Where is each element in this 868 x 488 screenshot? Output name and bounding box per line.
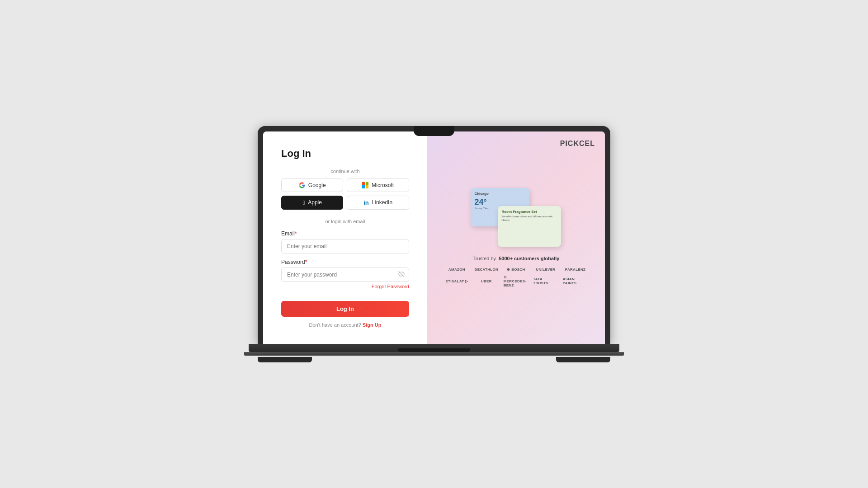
laptop-foot-right (556, 357, 610, 362)
laptop-container: Log In continue with Google (258, 126, 610, 362)
email-label: Email* (281, 230, 409, 237)
laptop-foot-left (258, 357, 312, 362)
brand-amazon: amazon (444, 267, 470, 272)
toggle-password-icon[interactable] (398, 271, 405, 278)
microsoft-icon (362, 182, 368, 188)
screen-bezel: Log In continue with Google (258, 126, 610, 344)
apple-label: Apple (308, 199, 322, 206)
camera-notch (414, 126, 454, 136)
password-required-star: * (305, 259, 307, 265)
password-input[interactable] (281, 267, 409, 282)
brand-mercedes: ⊙ Mercedes-Benz (504, 275, 529, 287)
password-wrapper (281, 267, 409, 282)
login-panel: Log In continue with Google (263, 131, 427, 344)
apple-signin-button[interactable]:  Apple (281, 196, 343, 210)
brand-tata: TATA TRUSTS (533, 275, 558, 287)
forgot-password-wrapper: Forgot Password (281, 284, 409, 289)
linkedin-label: LinkedIn (372, 199, 392, 206)
microsoft-signin-button[interactable]: Microsoft (347, 178, 409, 192)
email-form-group: Email* (281, 230, 409, 253)
pickcel-logo: PICKCEL (560, 140, 595, 148)
apple-icon:  (302, 199, 305, 206)
email-required-star: * (295, 230, 297, 237)
brand-unilever: Unilever (533, 267, 558, 272)
linkedin-signin-button[interactable]: in LinkedIn (347, 196, 409, 210)
forgot-password-link[interactable]: Forgot Password (372, 284, 409, 289)
preview-cards: Chicago 24° Sunny Clear Room Fragrance S… (471, 188, 561, 247)
brand-paralenz: PARALENZ (563, 267, 588, 272)
continue-with-label: continue with (281, 169, 409, 174)
linkedin-icon: in (363, 199, 369, 206)
google-label: Google (308, 182, 326, 188)
microsoft-label: Microsoft (372, 182, 394, 188)
google-signin-button[interactable]: Google (281, 178, 343, 192)
right-panel: PICKCEL Chicago 24° Sunny Clear Room Fra… (427, 131, 605, 344)
email-input[interactable] (281, 239, 409, 253)
laptop-feet (244, 357, 624, 362)
trusted-text: Trusted by 5000+ customers globally (472, 256, 559, 261)
promo-card: Room Fragrance Set We offer home décor a… (498, 206, 561, 247)
brand-etisalat: etisalat ▷ (444, 275, 470, 287)
signup-link[interactable]: Sign Up (363, 322, 382, 328)
password-form-group: Password* Forgot Passwor (281, 259, 409, 289)
brand-uber: Uber (474, 275, 499, 287)
brand-asianpaints: asian paints (563, 275, 588, 287)
google-icon (299, 182, 305, 188)
login-button[interactable]: Log In (281, 301, 409, 317)
brand-bosch: ⊕ BOSCH (504, 267, 529, 272)
brand-decathlon: DECATHLON (474, 267, 499, 272)
laptop-hinge (244, 352, 624, 356)
laptop-base (249, 344, 619, 352)
password-label: Password* (281, 259, 409, 265)
laptop-screen: Log In continue with Google (263, 131, 605, 344)
login-title: Log In (281, 148, 409, 160)
social-buttons-grid: Google Microsoft  (281, 178, 409, 210)
signup-prompt: Don't have an account? Sign Up (281, 322, 409, 328)
brand-grid: amazon DECATHLON ⊕ BOSCH Unilever PARALE… (444, 267, 588, 287)
or-email-label: or login with email (281, 219, 409, 224)
